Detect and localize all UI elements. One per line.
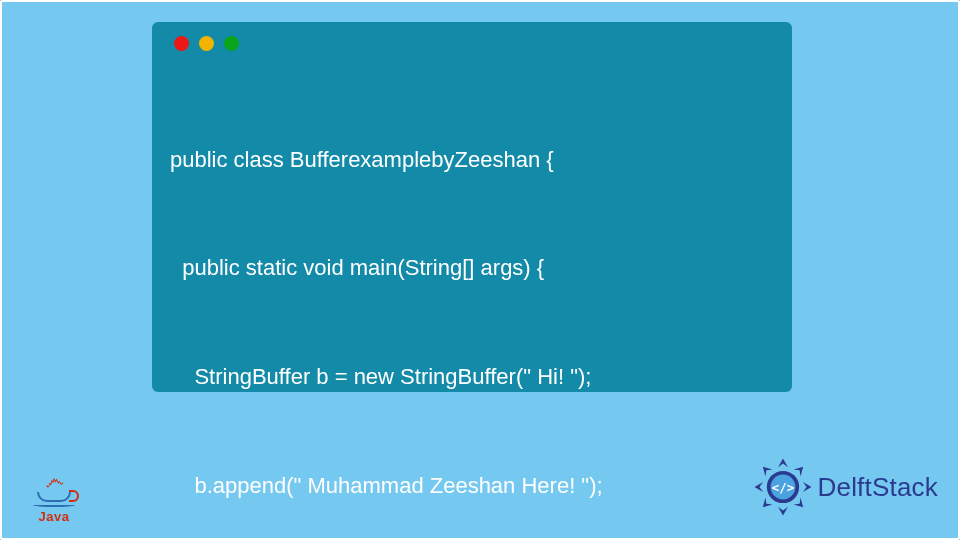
code-line: b.append(" Muhammad Zeeshan Here! "); xyxy=(170,468,774,504)
svg-text:</>: </> xyxy=(771,480,793,495)
code-block: public class BufferexamplebyZeeshan { pu… xyxy=(170,69,774,540)
delftstack-icon: </> xyxy=(752,456,814,518)
svg-marker-0 xyxy=(778,458,788,467)
java-logo: ෴ Java xyxy=(28,452,80,524)
delftstack-logo: </> DelftStack xyxy=(752,456,939,518)
code-window: public class BufferexamplebyZeeshan { pu… xyxy=(152,22,792,392)
svg-marker-7 xyxy=(759,463,772,476)
java-cup-icon xyxy=(37,492,71,502)
svg-marker-4 xyxy=(778,507,788,516)
code-line: public class BufferexamplebyZeeshan { xyxy=(170,142,774,178)
window-traffic-lights xyxy=(174,36,774,51)
java-saucer-icon xyxy=(33,503,75,507)
svg-marker-3 xyxy=(793,498,806,511)
maximize-icon xyxy=(224,36,239,51)
minimize-icon xyxy=(199,36,214,51)
delftstack-text: DelftStack xyxy=(818,472,939,503)
code-line: StringBuffer b = new StringBuffer(" Hi! … xyxy=(170,359,774,395)
svg-marker-5 xyxy=(759,498,772,511)
java-steam-icon: ෴ xyxy=(44,466,65,492)
svg-marker-6 xyxy=(754,482,763,492)
svg-marker-2 xyxy=(802,482,811,492)
code-line: public static void main(String[] args) { xyxy=(170,250,774,286)
java-label: Java xyxy=(39,509,70,524)
svg-marker-1 xyxy=(793,463,806,476)
close-icon xyxy=(174,36,189,51)
